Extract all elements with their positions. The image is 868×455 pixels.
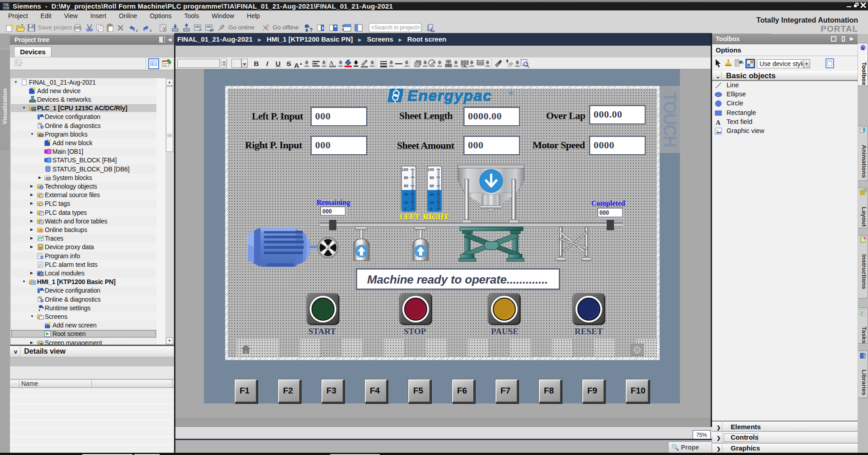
svg-text:60: 60 — [404, 184, 409, 188]
svg-text:A: A — [329, 59, 334, 66]
svg-text:20: 20 — [404, 200, 409, 205]
svg-text:RT: RT — [210, 29, 214, 32]
svg-text:10: 10 — [42, 256, 45, 259]
svg-text:A: A — [716, 119, 721, 126]
svg-text:±: ± — [136, 28, 138, 33]
svg-text:0: 0 — [404, 207, 406, 211]
svg-text:A: A — [861, 46, 864, 51]
svg-text:?: ? — [310, 27, 313, 33]
svg-text:100: 100 — [402, 167, 408, 172]
svg-text:±: ± — [150, 28, 152, 33]
svg-text:80: 80 — [404, 175, 409, 180]
svg-text:40: 40 — [404, 192, 409, 197]
